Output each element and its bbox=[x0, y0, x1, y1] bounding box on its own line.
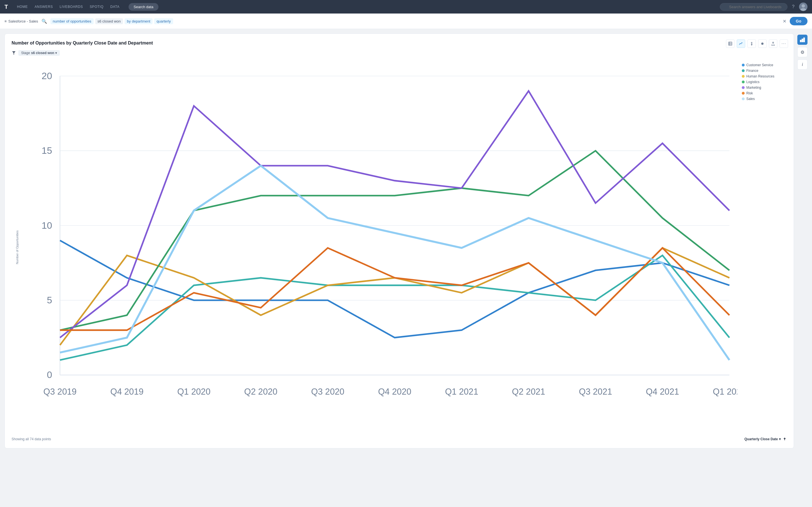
info-sidebar-button[interactable]: i bbox=[797, 59, 808, 69]
filter-value: s6 closed won bbox=[31, 51, 54, 55]
legend-sales: Sales bbox=[742, 97, 787, 101]
legend-label-customer-service: Customer Service bbox=[746, 63, 773, 67]
legend-dot-finance bbox=[742, 69, 745, 72]
svg-point-6 bbox=[761, 43, 763, 45]
svg-text:0: 0 bbox=[47, 370, 52, 380]
legend-dot-sales bbox=[742, 98, 745, 100]
legend-marketing: Marketing bbox=[742, 86, 787, 90]
sort-chevron-icon: ▾ bbox=[779, 437, 781, 441]
chart-svg: 0 5 10 15 20 Q3 2019 Q4 2019 Q1 2020 bbox=[29, 60, 737, 422]
search-tokens: number of opportunities s6 closed won by… bbox=[50, 18, 779, 24]
svg-text:Q4 2021: Q4 2021 bbox=[646, 387, 679, 397]
dot-button[interactable] bbox=[758, 40, 767, 48]
chart-toolbar: ··· bbox=[726, 40, 788, 48]
table-view-button[interactable] bbox=[726, 40, 734, 48]
navbar: T HOME ANSWERS LIVEBOARDS SPOTIQ DATA Se… bbox=[0, 0, 812, 13]
help-icon[interactable]: ? bbox=[792, 4, 795, 9]
svg-marker-7 bbox=[12, 51, 15, 55]
svg-rect-33 bbox=[804, 38, 805, 42]
nav-right-area: ? bbox=[720, 3, 808, 11]
legend-label-finance: Finance bbox=[746, 69, 758, 73]
share-button[interactable] bbox=[769, 40, 777, 48]
svg-text:10: 10 bbox=[42, 220, 52, 231]
svg-rect-32 bbox=[802, 39, 803, 42]
nav-data[interactable]: DATA bbox=[110, 4, 119, 10]
legend-dot-risk bbox=[742, 92, 745, 95]
filter-label: Stage bbox=[21, 51, 30, 55]
token-opportunities[interactable]: number of opportunities bbox=[50, 18, 94, 24]
legend-dot-logistics bbox=[742, 80, 745, 83]
legend-customer-service: Customer Service bbox=[742, 63, 787, 67]
svg-text:5: 5 bbox=[47, 295, 52, 305]
svg-text:Q3 2020: Q3 2020 bbox=[311, 387, 345, 397]
search-bar: ≡ Salesforce - Sales 🔍 number of opportu… bbox=[0, 13, 812, 29]
filter-icon bbox=[11, 51, 16, 55]
legend-human-resources: Human Resources bbox=[742, 74, 787, 78]
chart-footer: Showing all 74 data points Quarterly Clo… bbox=[11, 437, 787, 441]
y-axis-label: Number of Opportunities bbox=[15, 231, 19, 265]
chart-type-sidebar-button[interactable] bbox=[797, 35, 808, 45]
legend-label-sales: Sales bbox=[746, 97, 755, 101]
datasource-name: Salesforce - Sales bbox=[8, 19, 38, 23]
token-by-department[interactable]: by department bbox=[124, 18, 153, 24]
svg-text:20: 20 bbox=[42, 71, 52, 81]
svg-text:Q3 2021: Q3 2021 bbox=[579, 387, 612, 397]
sort-control: Quarterly Close Date ▾ bbox=[744, 437, 787, 441]
more-options-button[interactable]: ··· bbox=[779, 40, 788, 48]
global-search-input[interactable] bbox=[720, 3, 788, 11]
line-chart-button[interactable] bbox=[737, 40, 745, 48]
svg-text:Q3 2019: Q3 2019 bbox=[43, 387, 77, 397]
svg-rect-31 bbox=[800, 40, 801, 42]
info-icon: i bbox=[802, 62, 803, 67]
legend-finance: Finance bbox=[742, 69, 787, 73]
legend-label-human-resources: Human Resources bbox=[746, 74, 774, 78]
legend-label-risk: Risk bbox=[746, 91, 753, 95]
legend-dot-human-resources bbox=[742, 75, 745, 78]
svg-text:Q2 2020: Q2 2020 bbox=[244, 387, 277, 397]
legend-label-logistics: Logistics bbox=[746, 80, 760, 84]
svg-text:15: 15 bbox=[42, 145, 52, 156]
nav-spotiq[interactable]: SPOTIQ bbox=[90, 4, 103, 10]
right-sidebar: ⚙ i bbox=[797, 34, 808, 448]
app-logo[interactable]: T bbox=[4, 4, 8, 10]
nav-answers[interactable]: ANSWERS bbox=[35, 4, 53, 10]
legend-label-marketing: Marketing bbox=[746, 86, 761, 90]
search-clear-button[interactable]: ✕ bbox=[783, 18, 786, 24]
legend-logistics: Logistics bbox=[742, 80, 787, 84]
chart-title: Number of Opportunities by Quarterly Clo… bbox=[11, 41, 787, 46]
filter-row: Stage s6 closed won ▾ bbox=[11, 50, 787, 56]
sort-direction-icon[interactable] bbox=[782, 437, 787, 441]
datasource-label[interactable]: ≡ Salesforce - Sales bbox=[4, 19, 38, 23]
svg-point-1 bbox=[800, 8, 806, 11]
legend-dot-customer-service bbox=[742, 64, 745, 66]
svg-point-0 bbox=[802, 4, 805, 8]
search-data-button[interactable]: Search data bbox=[129, 3, 158, 11]
svg-text:Q4 2020: Q4 2020 bbox=[378, 387, 411, 397]
data-points-label: Showing all 74 data points bbox=[11, 437, 51, 441]
global-search-wrapper bbox=[720, 3, 788, 11]
svg-text:Q1 2020: Q1 2020 bbox=[177, 387, 211, 397]
datasource-icon: ≡ bbox=[4, 19, 7, 23]
stage-filter-chip[interactable]: Stage s6 closed won ▾ bbox=[18, 50, 60, 56]
go-button[interactable]: Go bbox=[790, 17, 808, 25]
main-content: Number of Opportunities by Quarterly Clo… bbox=[0, 29, 812, 453]
chart-plot-area: Number of Opportunities 0 5 10 15 bbox=[11, 60, 737, 435]
settings-sidebar-button[interactable]: ⚙ bbox=[797, 47, 808, 57]
chart-card: Number of Opportunities by Quarterly Clo… bbox=[4, 34, 794, 448]
filter-chevron: ▾ bbox=[55, 51, 57, 55]
chart-and-legend: Number of Opportunities 0 5 10 15 bbox=[11, 60, 787, 435]
nav-home[interactable]: HOME bbox=[17, 4, 28, 10]
token-quarterly[interactable]: quarterly bbox=[154, 18, 173, 24]
svg-text:Q1 2021: Q1 2021 bbox=[445, 387, 478, 397]
sort-label: Quarterly Close Date bbox=[744, 437, 778, 441]
search-icon: 🔍 bbox=[42, 18, 47, 24]
svg-text:Q2 2021: Q2 2021 bbox=[512, 387, 545, 397]
user-avatar[interactable] bbox=[799, 3, 808, 11]
legend-dot-marketing bbox=[742, 86, 745, 89]
svg-text:Q4 2019: Q4 2019 bbox=[110, 387, 144, 397]
pin-button[interactable] bbox=[748, 40, 756, 48]
svg-text:Q1 2022: Q1 2022 bbox=[713, 387, 737, 397]
token-closed-won[interactable]: s6 closed won bbox=[95, 18, 123, 24]
sort-button[interactable]: Quarterly Close Date ▾ bbox=[744, 437, 781, 441]
nav-liveboards[interactable]: LIVEBOARDS bbox=[60, 4, 83, 10]
